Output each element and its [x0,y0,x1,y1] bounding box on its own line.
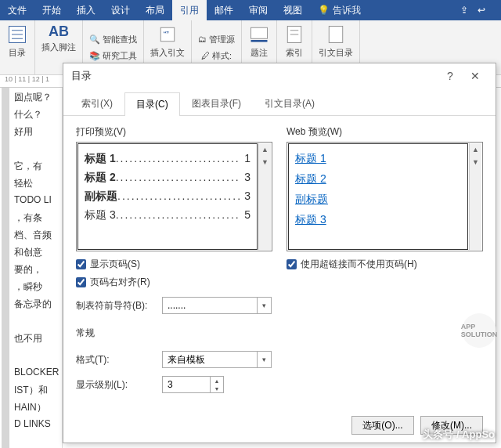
index-label: 索引 [286,47,303,59]
cite-toc-label: 引文目录 [319,47,353,59]
web-preview-link[interactable]: 标题 1 [295,152,461,166]
print-preview-scrollbar[interactable]: ▲ ▼ [258,143,271,250]
scroll-up-icon[interactable]: ▲ [470,143,481,156]
research-tool-label: 研究工具 [103,50,137,62]
tab-home[interactable]: 开始 [34,0,69,20]
insert-footnote-button[interactable]: AB 插入脚注 [41,23,76,53]
tab-layout[interactable]: 布局 [138,0,172,20]
doc-text-line: ，瞬秒 [14,280,42,294]
style-dropdown[interactable]: 🖊样式: [201,50,232,62]
tab-insert[interactable]: 插入 [69,0,103,20]
web-preview-link[interactable]: 副标题 [295,193,461,207]
svg-rect-11 [329,27,343,43]
doc-text-line: IST）和 [14,384,48,397]
research-tool-button[interactable]: 📚研究工具 [89,50,137,62]
doc-text-line: 档、音频 [14,229,52,242]
dialog-tab-figures[interactable]: 图表目录(F) [180,92,253,115]
web-preview-link[interactable]: 标题 3 [295,213,461,227]
smart-lookup-button[interactable]: 🔍智能查找 [89,34,137,45]
ab-icon: AB [49,23,69,40]
dialog-button-row: 选项(O)... 修改(M)... [63,408,496,443]
doc-text-line: 也不用 [14,332,42,345]
toc-preview-line: 标题 2 ...................................… [85,171,250,185]
levels-label: 显示级别(L): [76,378,154,392]
index-button[interactable]: 索引 [283,23,305,59]
toc-preview-line: 标题 1 ...................................… [85,152,250,166]
cite-toc-button[interactable]: 引文目录 [319,23,353,59]
footnote-label: 插入脚注 [41,42,76,53]
help-button[interactable]: ? [438,63,463,89]
format-label: 格式(T): [76,353,154,367]
levels-spinner[interactable]: ▲ ▼ [162,376,224,393]
dialog-body: 打印预览(V) 标题 1 ...........................… [63,116,496,408]
doc-text-line: TODO LI [14,194,52,205]
tab-view[interactable]: 视图 [276,0,310,20]
web-preview-scrollbar[interactable]: ▲ ▼ [469,143,481,250]
ribbon-tabs: 文件 开始 插入 设计 布局 引用 邮件 审阅 视图 💡 告诉我 ⇪ ↩ [0,0,501,20]
toc-dialog: 目录 ? ✕ 索引(X) 目录(C) 图表目录(F) 引文目录(A) 打印预览(… [63,63,496,443]
dialog-titlebar: 目录 ? ✕ [63,63,496,89]
insert-citation-button[interactable]: “” 插入引文 [150,23,185,59]
doc-text-line: 好用 [14,125,33,139]
caption-label: 题注 [250,47,268,59]
tab-file[interactable]: 文件 [0,0,34,20]
print-preview-box: 标题 1 ...................................… [76,142,272,251]
scroll-up-icon[interactable]: ▲ [259,143,271,156]
dropdown-icon[interactable]: ▾ [257,298,271,313]
share-icon[interactable]: ⇪ [460,5,468,16]
use-hyperlinks-checkbox[interactable]: 使用超链接而不使用页码(H) [287,258,483,271]
toc-button[interactable]: 目录 [6,23,28,59]
doc-text-line: 圆点呢？ [14,91,52,104]
manage-sources-button[interactable]: 🗂管理源 [198,34,235,45]
doc-text-line: 什么？ [14,108,42,121]
search-icon: 🔍 [89,34,100,45]
show-page-numbers-label: 显示页码(S) [90,258,140,271]
web-preview-box: 标题 1标题 2副标题标题 3 ▲ ▼ [287,142,483,251]
tab-review[interactable]: 审阅 [241,0,276,20]
doc-text-line: 它，有 [14,160,42,173]
dropdown-icon[interactable]: ▾ [257,352,271,367]
right-align-checkbox[interactable]: 页码右对齐(R) [76,276,272,289]
doc-text-line: BLOCKER [14,367,59,378]
tell-me[interactable]: 💡 告诉我 [310,4,369,17]
modify-button[interactable]: 修改(M)... [420,416,483,435]
book-icon: 📚 [89,51,100,61]
history-icon[interactable]: ↩ [478,5,485,16]
dialog-tab-authorities[interactable]: 引文目录(A) [253,92,326,115]
tell-me-label: 告诉我 [333,4,361,17]
dialog-tab-index[interactable]: 索引(X) [70,92,124,115]
scroll-down-icon[interactable]: ▼ [470,156,481,168]
style-label: 样式: [212,50,232,62]
tab-leader-label: 制表符前导符(B): [76,299,154,313]
right-align-label: 页码右对齐(R) [90,276,150,289]
lightbulb-icon: 💡 [318,5,330,16]
format-combo[interactable]: ▾ [162,351,272,368]
tab-leader-combo[interactable]: ▾ [162,297,272,314]
selection-bar [2,88,9,448]
doc-text-line: 要的， [14,263,42,276]
options-button[interactable]: 选项(O)... [351,416,414,435]
tab-leader-input[interactable] [163,298,257,313]
format-input[interactable] [163,352,257,367]
manage-sources-label: 管理源 [209,34,235,45]
show-page-numbers-checkbox[interactable]: 显示页码(S) [76,258,272,271]
dialog-title: 目录 [71,69,92,83]
levels-input[interactable] [163,377,210,392]
toc-preview-line: 副标题 ....................................… [85,190,250,204]
spinner-down-icon[interactable]: ▼ [211,385,223,392]
svg-text:“”: “” [164,30,169,39]
close-button[interactable]: ✕ [463,63,488,89]
use-hyperlinks-label: 使用超链接而不使用页码(H) [301,258,417,271]
spinner-up-icon[interactable]: ▲ [211,377,223,385]
dialog-tab-toc[interactable]: 目录(C) [124,92,180,116]
scroll-down-icon[interactable]: ▼ [259,156,271,168]
web-preview-link[interactable]: 标题 2 [295,172,461,186]
svg-rect-6 [251,27,268,38]
tab-mail[interactable]: 邮件 [207,0,241,20]
document-area: 圆点呢？什么？好用它，有轻松TODO LI，有条档、音频和创意要的，，瞬秒备忘录… [0,88,63,448]
tab-references[interactable]: 引用 [172,0,207,20]
manage-icon: 🗂 [198,34,207,44]
doc-text-line: 轻松 [14,177,33,190]
caption-button[interactable]: 题注 [248,23,270,59]
tab-design[interactable]: 设计 [103,0,138,20]
